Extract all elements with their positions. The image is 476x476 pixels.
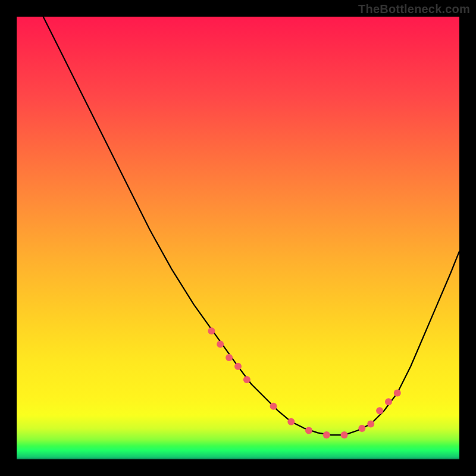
chart-plot-area: [17, 17, 459, 459]
bottleneck-curve: [43, 17, 459, 435]
highlight-dot: [234, 363, 242, 370]
highlight-dot: [385, 398, 392, 405]
watermark-text: TheBottleneck.com: [358, 2, 470, 16]
highlight-dot: [358, 425, 365, 432]
highlight-dot: [394, 389, 401, 396]
highlight-dot: [367, 421, 374, 428]
highlight-dot: [217, 341, 224, 348]
highlight-dot: [287, 418, 295, 425]
highlight-dot: [270, 403, 277, 410]
highlight-dot: [305, 427, 312, 434]
highlight-dots: [208, 327, 400, 439]
highlight-dot: [226, 354, 233, 361]
chart-svg: [17, 17, 459, 459]
highlight-dot: [341, 431, 348, 439]
highlight-dot: [376, 407, 383, 414]
app-frame: TheBottleneck.com: [0, 0, 476, 476]
highlight-dot: [208, 327, 215, 334]
highlight-dot: [323, 431, 330, 439]
highlight-dot: [243, 376, 250, 383]
